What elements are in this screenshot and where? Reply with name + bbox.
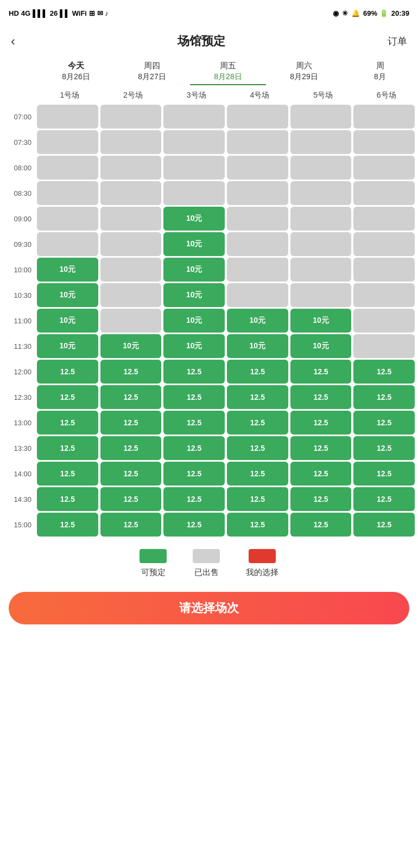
slot-11-5[interactable]: 12.5 xyxy=(353,385,415,409)
slot-5-3 xyxy=(227,232,288,256)
order-button[interactable]: 订单 xyxy=(388,35,407,48)
status-battery: 69% 🔋 xyxy=(363,9,388,17)
time-label-15: 14:30 xyxy=(0,495,36,503)
date-tab-4[interactable]: 周 8月 xyxy=(342,61,418,88)
slot-3-1 xyxy=(100,181,162,205)
slot-14-1[interactable]: 12.5 xyxy=(100,462,162,486)
slot-8-1 xyxy=(100,309,162,333)
slot-4-2[interactable]: 10元 xyxy=(163,207,225,231)
time-row-0: 07:00 xyxy=(0,105,418,129)
slot-12-5[interactable]: 12.5 xyxy=(353,411,415,435)
slot-3-2 xyxy=(163,181,225,205)
status-wifi: WiFi xyxy=(72,9,87,17)
slot-13-0[interactable]: 12.5 xyxy=(37,436,98,460)
slot-8-3[interactable]: 10元 xyxy=(227,309,288,333)
slot-9-0[interactable]: 10元 xyxy=(37,334,98,358)
slot-13-1[interactable]: 12.5 xyxy=(100,436,162,460)
slot-10-4[interactable]: 12.5 xyxy=(290,360,352,384)
legend-mychoice-box xyxy=(249,549,276,563)
slot-14-2[interactable]: 12.5 xyxy=(163,462,225,486)
slot-12-3[interactable]: 12.5 xyxy=(227,411,288,435)
slot-11-0[interactable]: 12.5 xyxy=(37,385,98,409)
select-session-button[interactable]: 请选择场次 xyxy=(9,592,409,624)
slot-6-0[interactable]: 10元 xyxy=(37,258,98,282)
slot-12-1[interactable]: 12.5 xyxy=(100,411,162,435)
slot-5-2[interactable]: 10元 xyxy=(163,232,225,256)
slot-3-4 xyxy=(290,181,352,205)
slot-8-4[interactable]: 10元 xyxy=(290,309,352,333)
slot-15-5[interactable]: 12.5 xyxy=(353,487,415,511)
slot-8-0[interactable]: 10元 xyxy=(37,309,98,333)
date-tab-1[interactable]: 周四 8月27日 xyxy=(114,61,190,88)
slot-16-3[interactable]: 12.5 xyxy=(227,513,288,537)
slot-13-5[interactable]: 12.5 xyxy=(353,436,415,460)
slot-15-2[interactable]: 12.5 xyxy=(163,487,225,511)
slot-7-2[interactable]: 10元 xyxy=(163,283,225,307)
slot-16-0[interactable]: 12.5 xyxy=(37,513,98,537)
slot-11-2[interactable]: 12.5 xyxy=(163,385,225,409)
slot-14-3[interactable]: 12.5 xyxy=(227,462,288,486)
time-label-0: 07:00 xyxy=(0,113,36,121)
slot-16-1[interactable]: 12.5 xyxy=(100,513,162,537)
time-row-11: 12:3012.512.512.512.512.512.5 xyxy=(0,385,418,409)
slot-13-2[interactable]: 12.5 xyxy=(163,436,225,460)
page-title: 场馆预定 xyxy=(178,33,225,49)
slot-10-2[interactable]: 12.5 xyxy=(163,360,225,384)
slot-10-1[interactable]: 12.5 xyxy=(100,360,162,384)
day-name-2: 周五 xyxy=(190,61,266,71)
slot-10-3[interactable]: 12.5 xyxy=(227,360,288,384)
status-bt: ✳ xyxy=(342,9,348,17)
court-header: 1号场2号场3号场4号场5号场6号场 xyxy=(0,88,418,103)
slot-8-5 xyxy=(353,309,415,333)
slot-16-4[interactable]: 12.5 xyxy=(290,513,352,537)
slot-14-5[interactable]: 12.5 xyxy=(353,462,415,486)
slot-12-2[interactable]: 12.5 xyxy=(163,411,225,435)
slot-9-3[interactable]: 10元 xyxy=(227,334,288,358)
legend-mychoice-label: 我的选择 xyxy=(246,567,278,578)
date-tab-0[interactable]: 今天 8月26日 xyxy=(38,61,114,88)
slot-12-4[interactable]: 12.5 xyxy=(290,411,352,435)
slot-9-4[interactable]: 10元 xyxy=(290,334,352,358)
slot-16-5[interactable]: 12.5 xyxy=(353,513,415,537)
time-label-13: 13:30 xyxy=(0,444,36,452)
date-tabs: 今天 8月26日 周四 8月27日 周五 8月28日 周六 8月29日 周 8月 xyxy=(0,56,418,88)
slot-6-3 xyxy=(227,258,288,282)
date-tab-2[interactable]: 周五 8月28日 xyxy=(190,61,266,88)
legend: 可预定 已出售 我的选择 xyxy=(0,538,418,586)
slot-11-4[interactable]: 12.5 xyxy=(290,385,352,409)
time-label-7: 10:30 xyxy=(0,291,36,299)
schedule-grid: 07:0007:3008:0008:3009:0010元09:3010元10:0… xyxy=(0,105,418,538)
slot-6-2[interactable]: 10元 xyxy=(163,258,225,282)
slot-14-4[interactable]: 12.5 xyxy=(290,462,352,486)
slot-15-0[interactable]: 12.5 xyxy=(37,487,98,511)
slot-13-4[interactable]: 12.5 xyxy=(290,436,352,460)
slot-2-3 xyxy=(227,156,288,180)
slot-0-3 xyxy=(227,105,288,129)
slot-15-4[interactable]: 12.5 xyxy=(290,487,352,511)
slot-10-0[interactable]: 12.5 xyxy=(37,360,98,384)
slot-8-2[interactable]: 10元 xyxy=(163,309,225,333)
back-button[interactable]: ‹ xyxy=(11,34,15,49)
slot-16-2[interactable]: 12.5 xyxy=(163,513,225,537)
slot-7-1 xyxy=(100,283,162,307)
court-header-2: 3号场 xyxy=(164,88,228,103)
time-label-6: 10:00 xyxy=(0,266,36,274)
time-row-15: 14:3012.512.512.512.512.512.5 xyxy=(0,487,418,511)
slot-14-0[interactable]: 12.5 xyxy=(37,462,98,486)
slot-1-4 xyxy=(290,130,352,154)
slot-11-1[interactable]: 12.5 xyxy=(100,385,162,409)
slot-9-2[interactable]: 10元 xyxy=(163,334,225,358)
slot-15-1[interactable]: 12.5 xyxy=(100,487,162,511)
date-tab-3[interactable]: 周六 8月29日 xyxy=(266,61,342,88)
day-name-4: 周 xyxy=(342,61,418,71)
slot-12-0[interactable]: 12.5 xyxy=(37,411,98,435)
slot-9-1[interactable]: 10元 xyxy=(100,334,162,358)
slot-15-3[interactable]: 12.5 xyxy=(227,487,288,511)
slot-5-4 xyxy=(290,232,352,256)
slot-13-3[interactable]: 12.5 xyxy=(227,436,288,460)
slot-9-5 xyxy=(353,334,415,358)
slot-11-3[interactable]: 12.5 xyxy=(227,385,288,409)
legend-available-box xyxy=(140,549,167,563)
slot-7-0[interactable]: 10元 xyxy=(37,283,98,307)
slot-10-5[interactable]: 12.5 xyxy=(353,360,415,384)
